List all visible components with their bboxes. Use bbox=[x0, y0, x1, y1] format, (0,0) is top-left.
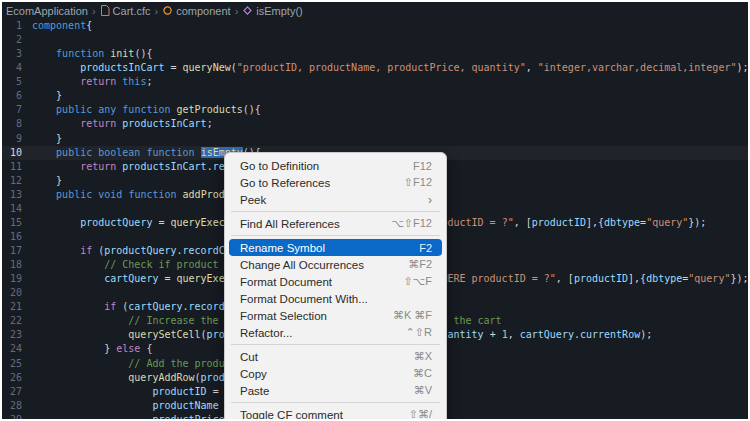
menu-item-label: Cut bbox=[240, 351, 402, 363]
menu-item-peek[interactable]: Peek› bbox=[229, 191, 442, 208]
menu-item-shortcut: ⌘K ⌘F bbox=[393, 309, 432, 322]
code-line[interactable]: 2 bbox=[2, 33, 748, 47]
line-number: 2 bbox=[2, 33, 32, 47]
cfml-file-icon bbox=[100, 5, 110, 16]
menu-item-label: Format Selection bbox=[240, 310, 381, 322]
menu-item-label: Copy bbox=[240, 368, 401, 380]
code-line[interactable]: 5 return this; bbox=[2, 75, 748, 89]
menu-separator bbox=[231, 402, 440, 403]
line-number: 28 bbox=[2, 399, 32, 413]
line-number: 24 bbox=[2, 342, 32, 356]
menu-item-shortcut: F12 bbox=[413, 160, 432, 172]
menu-item-label: Format Document With... bbox=[240, 293, 432, 305]
breadcrumb-label: component bbox=[176, 5, 230, 17]
code-line-text: } bbox=[32, 89, 748, 103]
line-number: 4 bbox=[2, 61, 32, 75]
submenu-chevron-icon: › bbox=[428, 193, 432, 207]
menu-item-shortcut: ⇧F12 bbox=[404, 176, 432, 189]
menu-item-go-to-references[interactable]: Go to References⇧F12 bbox=[229, 174, 442, 191]
code-line[interactable]: 8 return productsInCart; bbox=[2, 117, 748, 131]
line-number: 13 bbox=[2, 188, 32, 202]
code-line[interactable]: 9 } bbox=[2, 132, 748, 146]
menu-item-refactor[interactable]: Refactor...⌃⇧R bbox=[229, 324, 442, 341]
menu-separator bbox=[231, 211, 440, 212]
menu-item-format-document-with[interactable]: Format Document With... bbox=[229, 290, 442, 307]
line-number: 12 bbox=[2, 174, 32, 188]
line-number: 11 bbox=[2, 160, 32, 174]
code-line[interactable]: 6 } bbox=[2, 89, 748, 103]
menu-item-label: Change All Occurrences bbox=[240, 259, 396, 271]
menu-item-change-all-occurrences[interactable]: Change All Occurrences⌘F2 bbox=[229, 256, 442, 273]
code-line-text: return this; bbox=[32, 75, 748, 89]
menu-item-go-to-definition[interactable]: Go to DefinitionF12 bbox=[229, 157, 442, 174]
code-line[interactable]: 1component{ bbox=[2, 19, 748, 33]
menu-item-find-all-references[interactable]: Find All References⌥⇧F12 bbox=[229, 215, 442, 232]
line-number: 26 bbox=[2, 371, 32, 385]
line-number: 20 bbox=[2, 286, 32, 300]
line-number: 22 bbox=[2, 314, 32, 328]
line-number: 3 bbox=[2, 47, 32, 61]
line-number: 5 bbox=[2, 75, 32, 89]
menu-item-shortcut: ⌘C bbox=[413, 367, 432, 380]
menu-separator bbox=[231, 344, 440, 345]
code-line-text bbox=[32, 33, 748, 47]
menu-separator bbox=[231, 235, 440, 236]
symbol-class-icon bbox=[162, 5, 173, 16]
code-line-text: return productsInCart; bbox=[32, 117, 748, 131]
menu-item-paste[interactable]: Paste⌘V bbox=[229, 382, 442, 399]
breadcrumb-item-file[interactable]: Cart.cfc bbox=[100, 5, 151, 17]
menu-item-label: Refactor... bbox=[240, 327, 394, 339]
menu-item-shortcut: ⌘V bbox=[414, 384, 432, 397]
menu-item-label: Go to References bbox=[240, 177, 392, 189]
menu-item-label: Rename Symbol bbox=[240, 242, 407, 254]
breadcrumb: EcomApplication › Cart.cfc › component ›… bbox=[2, 2, 748, 19]
line-number: 17 bbox=[2, 244, 32, 258]
code-editor: EcomApplication › Cart.cfc › component ›… bbox=[2, 2, 748, 419]
menu-item-shortcut: ⌥⇧F12 bbox=[391, 217, 432, 230]
line-number: 7 bbox=[2, 103, 32, 117]
menu-item-shortcut: F2 bbox=[419, 242, 432, 254]
line-number: 19 bbox=[2, 272, 32, 286]
line-number: 29 bbox=[2, 413, 32, 419]
menu-item-label: Toggle CF comment bbox=[240, 409, 397, 420]
code-line[interactable]: 3 function init(){ bbox=[2, 47, 748, 61]
code-line[interactable]: 4 productsInCart = queryNew("productID, … bbox=[2, 61, 748, 75]
breadcrumb-separator-icon: › bbox=[92, 5, 96, 17]
code-line-text: function init(){ bbox=[32, 47, 748, 61]
code-line-text: public any function getProducts(){ bbox=[32, 103, 748, 117]
breadcrumb-separator-icon: › bbox=[235, 5, 239, 17]
line-number: 16 bbox=[2, 230, 32, 244]
breadcrumb-label: EcomApplication bbox=[6, 5, 88, 17]
menu-item-format-selection[interactable]: Format Selection⌘K ⌘F bbox=[229, 307, 442, 324]
menu-item-format-document[interactable]: Format Document⇧⌥F bbox=[229, 273, 442, 290]
line-number: 27 bbox=[2, 385, 32, 399]
symbol-method-icon bbox=[242, 5, 253, 16]
menu-item-shortcut: ⇧⌘/ bbox=[409, 408, 432, 419]
code-line-text: component{ bbox=[32, 19, 748, 33]
line-number: 6 bbox=[2, 89, 32, 103]
menu-item-copy[interactable]: Copy⌘C bbox=[229, 365, 442, 382]
menu-item-rename-symbol[interactable]: Rename SymbolF2 bbox=[229, 239, 442, 256]
menu-item-toggle-cf-comment[interactable]: Toggle CF comment⇧⌘/ bbox=[229, 406, 442, 419]
menu-item-label: Go to Definition bbox=[240, 160, 401, 172]
menu-item-shortcut: ⌃⇧R bbox=[406, 326, 432, 339]
menu-item-label: Find All References bbox=[240, 218, 379, 230]
menu-item-label: Peek bbox=[240, 194, 416, 206]
line-number: 25 bbox=[2, 357, 32, 371]
breadcrumb-item-component[interactable]: component bbox=[162, 5, 230, 17]
line-number: 8 bbox=[2, 117, 32, 131]
line-number: 10 bbox=[2, 146, 32, 160]
breadcrumb-label: Cart.cfc bbox=[113, 5, 151, 17]
menu-item-label: Format Document bbox=[240, 276, 391, 288]
line-number: 18 bbox=[2, 258, 32, 272]
breadcrumb-item-symbol[interactable]: isEmpty() bbox=[242, 5, 302, 17]
line-number: 9 bbox=[2, 132, 32, 146]
breadcrumb-item-project[interactable]: EcomApplication bbox=[6, 5, 88, 17]
menu-item-cut[interactable]: Cut⌘X bbox=[229, 348, 442, 365]
context-menu: Go to DefinitionF12Go to References⇧F12P… bbox=[224, 152, 447, 419]
code-line-text: productsInCart = queryNew("productID, pr… bbox=[32, 61, 748, 75]
code-line[interactable]: 7 public any function getProducts(){ bbox=[2, 103, 748, 117]
line-number: 14 bbox=[2, 202, 32, 216]
line-number: 15 bbox=[2, 216, 32, 230]
menu-item-label: Paste bbox=[240, 385, 402, 397]
